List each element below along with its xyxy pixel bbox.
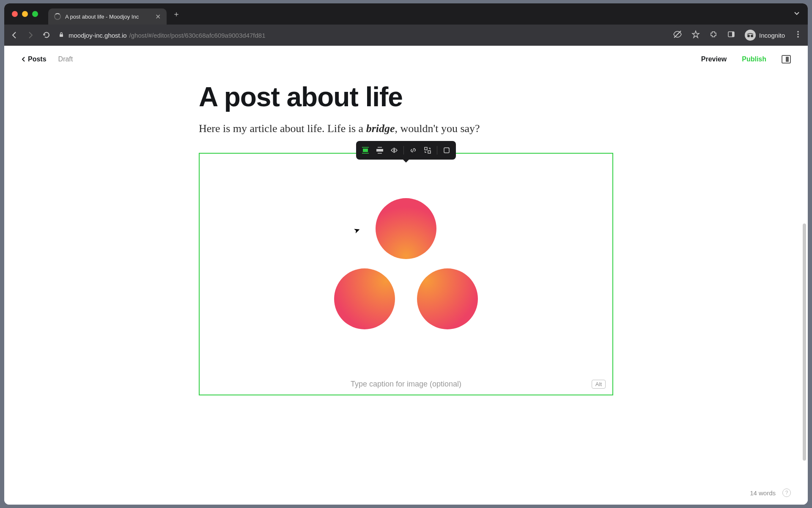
lock-icon [58,32,64,39]
url-host: moodjoy-inc.ghost.io [69,32,127,39]
browser-titlebar: A post about life - Moodjoy Inc ✕ ＋ [4,3,808,25]
preview-button[interactable]: Preview [701,55,727,63]
gradient-circle-bottom-right [417,268,478,329]
svg-rect-18 [428,151,431,153]
back-to-posts-link[interactable]: Posts [21,55,47,63]
svg-rect-3 [732,32,734,37]
svg-rect-0 [60,34,63,37]
scrollbar-thumb[interactable] [803,224,806,461]
forward-button[interactable] [26,31,35,39]
svg-rect-19 [444,148,449,153]
image-replace-button[interactable] [421,144,434,156]
paragraph-text-before: Here is my article about life. Life is a [199,122,366,135]
image-width-regular-button[interactable] [359,144,372,156]
eye-off-icon[interactable] [673,30,682,41]
bold-italic-word: bridge [366,122,395,135]
back-button[interactable] [10,31,19,39]
footer-status: 14 words ? [750,489,791,497]
editor-body: A post about life Here is my article abo… [199,73,613,404]
svg-point-6 [797,31,799,33]
caption-row: Type caption for image (optional) Alt [200,374,612,395]
incognito-label: Incognito [759,32,785,39]
browser-tab[interactable]: A post about life - Moodjoy Inc ✕ [48,8,167,25]
post-status-label: Draft [58,55,73,63]
image-content-circles [334,198,478,329]
svg-point-7 [797,33,799,35]
kebab-menu-icon[interactable] [794,30,802,40]
caption-input[interactable]: Type caption for image (optional) [351,380,461,389]
publish-button[interactable]: Publish [742,55,766,63]
word-count: 14 words [750,489,776,497]
image-snippet-button[interactable] [440,144,453,156]
svg-rect-17 [425,147,427,150]
toolbar-right: Incognito [673,30,802,41]
close-tab-icon[interactable]: ✕ [155,13,161,21]
image-card-selected[interactable]: ➤ Type caption for image (optional) Alt [199,153,613,395]
extensions-icon[interactable] [709,30,718,40]
toolbar-separator [437,146,437,155]
svg-point-8 [797,36,799,38]
window-caret-icon[interactable] [793,10,800,18]
image-link-button[interactable] [406,144,420,156]
back-label: Posts [28,55,47,63]
gradient-circle-top [376,198,436,259]
minimize-window-button[interactable] [22,11,28,17]
toolbar-separator [403,146,404,155]
image-preview: ➤ [200,154,612,374]
app-window: A post about life - Moodjoy Inc ✕ ＋ mood… [4,3,808,505]
page-content: Posts Draft Preview Publish A post about… [4,46,808,505]
paragraph-text-after: , wouldn't you say? [395,122,480,135]
chevron-left-icon [21,56,25,62]
loading-spinner-icon [54,13,61,20]
svg-rect-12 [376,149,383,152]
help-icon[interactable]: ? [782,489,791,497]
svg-point-5 [751,35,753,37]
header-actions: Preview Publish [701,55,791,64]
url-input[interactable]: moodjoy-inc.ghost.io/ghost/#/editor/post… [58,28,665,42]
image-toolbar [356,141,456,160]
post-title-input[interactable]: A post about life [199,81,613,113]
maximize-window-button[interactable] [32,11,38,17]
reload-button[interactable] [42,31,51,39]
tab-title: A post about life - Moodjoy Inc [65,14,151,20]
url-path: /ghost/#/editor/post/630c68afc609a9003d4… [129,32,266,39]
editor-header: Posts Draft Preview Publish [4,46,808,73]
post-paragraph[interactable]: Here is my article about life. Life is a… [199,120,613,137]
star-icon[interactable] [691,30,700,40]
incognito-icon [745,30,756,41]
image-width-full-button[interactable] [387,144,401,156]
svg-rect-9 [363,149,368,152]
incognito-badge[interactable]: Incognito [745,30,785,41]
browser-address-bar: moodjoy-inc.ghost.io/ghost/#/editor/post… [4,25,808,46]
alt-text-button[interactable]: Alt [592,380,606,389]
image-width-wide-button[interactable] [373,144,387,156]
new-tab-button[interactable]: ＋ [173,9,180,19]
panel-icon[interactable] [727,30,735,40]
close-window-button[interactable] [12,11,18,17]
svg-point-4 [747,35,750,37]
gradient-circle-bottom-left [334,268,395,329]
settings-panel-toggle[interactable] [782,55,791,64]
traffic-lights [12,11,38,17]
